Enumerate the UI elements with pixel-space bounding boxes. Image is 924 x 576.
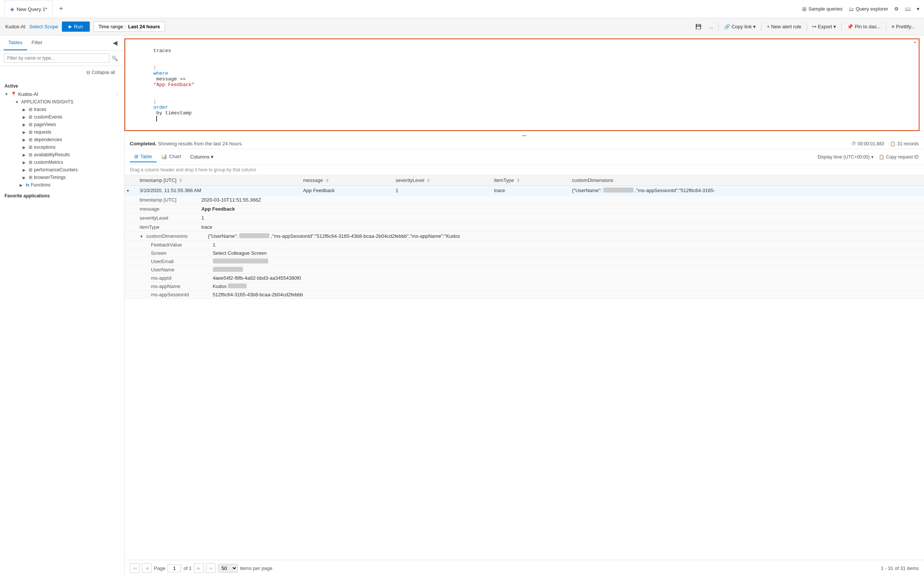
cell-timestamp: 3/10/2020, 11:51:55.366 AM [136, 186, 299, 195]
time-range-button[interactable]: Time range : Last 24 hours [94, 21, 165, 32]
star-button[interactable]: ☆ [115, 91, 120, 97]
columns-button[interactable]: Columns ▾ [186, 152, 218, 162]
sample-queries-button[interactable]: ⊞ Sample queries [802, 6, 843, 12]
pin-to-dash-button[interactable]: 📌 Pin to das... [843, 22, 884, 31]
tab-chart-label: Chart [169, 154, 181, 159]
tree-item-availabilityresults[interactable]: ▶ ⊞ availabilityResults [20, 151, 123, 158]
detail-label-itemtype: itemType [140, 224, 200, 230]
expand-query-arrow[interactable]: ••• [124, 133, 924, 139]
tab-filter[interactable]: Filter [27, 35, 47, 50]
tab-chart[interactable]: 📊 Chart [156, 151, 186, 162]
tab-table[interactable]: ⊞ Table [130, 151, 156, 162]
prettify-button[interactable]: ≡ Prettify... [888, 22, 919, 31]
table-icon: ⊞ [29, 130, 32, 135]
new-alert-button[interactable]: + New alert rule [763, 22, 805, 31]
active-tab[interactable]: ◈ New Query 1* [5, 0, 53, 18]
next-page-button[interactable]: ▶ [194, 563, 204, 573]
table-label-traces: traces [34, 107, 46, 112]
expand-icon: ▶ [22, 138, 27, 142]
th-message[interactable]: message ⊽ [299, 175, 392, 186]
blurred-useremail: ████████████████ [213, 259, 268, 264]
section-active-label: Active [2, 82, 123, 90]
sub-expand-button[interactable]: ▼ [140, 234, 144, 238]
th-customdimensions[interactable]: customDimensions [568, 175, 924, 186]
sub-detail-appid: ms-appId 4aee54f2-f8fb-4a82-bbd3-aa34554… [124, 274, 924, 282]
page-number-input[interactable] [168, 564, 181, 572]
th-itemtype[interactable]: itemType ⊽ [490, 175, 568, 186]
tree-item-exceptions[interactable]: ▶ ⊞ exceptions [20, 144, 123, 151]
results-table-container: timestamp [UTC] ⊽ message ⊽ severityLeve… [124, 175, 924, 560]
cell-severity: 1 [392, 186, 490, 195]
detail-row-itemtype: itemType trace [124, 223, 924, 232]
copy-request-id-button[interactable]: 📋 Copy request ID [879, 154, 919, 160]
status-time: ⏱ 00:00:01.883 [852, 141, 884, 146]
tree-item-custommetrics[interactable]: ▶ ⊞ customMetrics [20, 158, 123, 166]
sample-queries-label: Sample queries [809, 6, 843, 12]
filter-icon[interactable]: ⊽ [517, 179, 520, 183]
tree-item-traces[interactable]: ▶ ⊞ traces [20, 106, 123, 113]
run-button[interactable]: ▶ Run [62, 21, 90, 32]
sidebar: Tables Filter ◀ 🔍 ⊟ Collapse all Active … [0, 35, 124, 576]
tree-item-pageviews[interactable]: ▶ ⊞ pageViews [20, 121, 123, 128]
sidebar-search-input[interactable] [4, 54, 109, 62]
table-label-pageviews: pageViews [34, 122, 56, 127]
expand-icon: ▶ [22, 107, 27, 112]
expand-row-button[interactable]: ▼ [126, 189, 130, 193]
first-page-button[interactable]: ⏮ [130, 563, 140, 573]
filter-icon[interactable]: ⊽ [427, 179, 430, 183]
query-pipe-2: | [153, 99, 159, 104]
chevron-down-icon: ▾ [917, 6, 919, 12]
th-timestamp[interactable]: timestamp [UTC] ⊽ [136, 175, 299, 186]
export-button[interactable]: ↦ Export ▾ [809, 22, 840, 31]
tree-item-performancecounters[interactable]: ▶ ⊞ performanceCounters [20, 166, 123, 174]
tab-tables[interactable]: Tables [4, 35, 27, 50]
detail-row-timestamp: timestamp [UTC] 2020-03-10T11:51:55.366Z [124, 195, 924, 205]
status-records: 📋 31 records [890, 141, 919, 146]
settings-button[interactable]: ⚙ [894, 6, 899, 12]
add-tab-button[interactable]: + [56, 4, 66, 14]
collapse-all-button[interactable]: ⊟ Collapse all [83, 68, 118, 77]
save-button[interactable]: 💾 [692, 22, 705, 31]
tree-item-kudos-ai[interactable]: ▼ 📍 Kudos-AI ☆ [2, 90, 123, 98]
sub-detail-appid-cell: ms-appId 4aee54f2-f8fb-4a82-bbd3-aa34554… [124, 274, 924, 282]
table-label-custommetrics: customMetrics [34, 160, 63, 165]
filter-icon[interactable]: ⊽ [179, 179, 182, 183]
sub-label-feedbackvalue: FeebackValue [151, 242, 211, 248]
copy-link-button[interactable]: 🔗 Copy link ▾ [720, 22, 760, 31]
more-button[interactable]: ... [705, 22, 717, 31]
tree-item-dependencies[interactable]: ▶ ⊞ dependencies [20, 136, 123, 144]
detail-row-customdimensions: ▼ customDimensions {"UserName": ████████… [124, 232, 924, 241]
cursor [153, 116, 157, 122]
book-button[interactable]: 📖 [905, 6, 911, 12]
toolbar-actions: 💾 ... 🔗 Copy link ▾ + New alert rule ↦ E… [692, 22, 919, 31]
select-scope-button[interactable]: Select Scope [29, 24, 58, 29]
blurred-username: ████████ [603, 187, 634, 192]
results-table: timestamp [UTC] ⊽ message ⊽ severityLeve… [124, 175, 924, 299]
table-icon: ⊞ [29, 175, 32, 180]
th-severity[interactable]: severityLevel ⊽ [392, 175, 490, 186]
last-page-button[interactable]: ⏭ [206, 563, 216, 573]
filter-icon[interactable]: ⊽ [326, 179, 329, 183]
sidebar-search-button[interactable]: 🔍 [109, 54, 120, 62]
expand-icon: ▶ [22, 168, 27, 172]
copy-req-label: Copy request ID [886, 154, 919, 160]
tree-item-browsertimings[interactable]: ▶ ⊞ browserTimings [20, 174, 123, 181]
tree-item-requests[interactable]: ▶ ⊞ requests [20, 128, 123, 136]
tree-item-functions[interactable]: ▶ fx Functions [12, 181, 123, 189]
sidebar-tabs: Tables Filter ◀ [0, 35, 124, 51]
per-page-select[interactable]: 50 100 200 [218, 564, 238, 573]
expand-icon: ▶ [22, 176, 27, 180]
second-bar: Kudos-AI Select Scope ▶ Run Time range :… [0, 18, 924, 35]
display-time-chevron: ▾ [871, 154, 873, 160]
display-time-button[interactable]: Display time (UTC+00:00) ▾ [818, 154, 873, 160]
tree-item-customevents[interactable]: ▶ ⊞ customEvents [20, 113, 123, 121]
collapse-query-button[interactable]: ⌃ [913, 41, 917, 47]
query-editor[interactable]: traces | where message == "App Feedback"… [124, 38, 919, 131]
status-text: Showing results from the last 24 hours. [158, 141, 243, 146]
tree-item-app-insights[interactable]: ▼ APPLICATION INSIGHTS [12, 98, 123, 106]
blurred-username2: ████████ [213, 267, 243, 272]
top-chevron-button[interactable]: ▾ [917, 6, 919, 12]
query-explorer-button[interactable]: 🗂 Query explorer [849, 6, 888, 12]
sidebar-collapse-button[interactable]: ◀ [110, 35, 120, 50]
prev-page-button[interactable]: ◀ [142, 563, 152, 573]
